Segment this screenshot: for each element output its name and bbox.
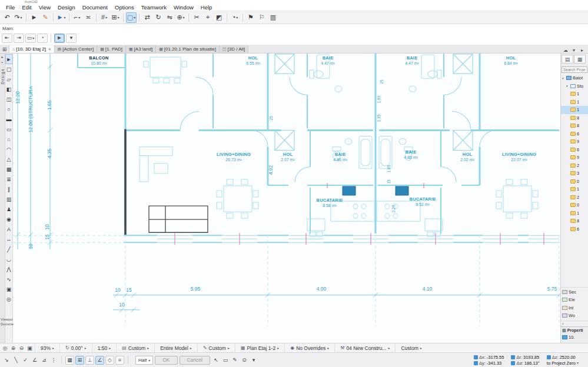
scale[interactable]: 1:50▸ xyxy=(92,343,117,352)
menu-item[interactable]: File xyxy=(2,4,18,11)
lamp-tool[interactable]: ◉ xyxy=(5,214,13,224)
tree-item[interactable]: 1 xyxy=(561,106,588,114)
undo-icon[interactable]: ↶ xyxy=(2,12,12,23)
cancel-button[interactable]: Cancel xyxy=(180,356,210,365)
column-tool[interactable]: ○ xyxy=(5,104,13,114)
tree-item-project[interactable]: ▾Balot xyxy=(561,74,588,82)
context-menu-icon[interactable]: ◔ xyxy=(37,34,48,43)
select-tool[interactable]: ► xyxy=(5,54,13,64)
menu-item[interactable]: Help xyxy=(197,4,216,11)
expand-icon[interactable]: ▾ xyxy=(250,357,258,363)
tree-item-stories[interactable]: ▾Sto xyxy=(561,82,588,91)
tree-item[interactable]: 2 xyxy=(561,193,588,202)
tab-action-center[interactable]: ▤[Action Center] xyxy=(55,45,98,53)
arrow-tool-icon[interactable]: ► xyxy=(54,34,65,43)
shell-tool[interactable]: ◠ xyxy=(5,144,13,154)
tree-item[interactable]: 6 xyxy=(561,146,588,154)
tab-a3-land[interactable]: ▦[A3 land] xyxy=(126,45,156,53)
tracker-dangle-field[interactable]: Δα:186.13° xyxy=(511,361,539,366)
pencil-icon[interactable]: ✎ xyxy=(40,12,51,23)
annotate-icon[interactable]: ✎ xyxy=(231,357,239,363)
line-snap-icon[interactable]: ╲ xyxy=(12,357,20,363)
graphic-override[interactable]: ◉No Overrides▸ xyxy=(284,343,334,352)
pen-set[interactable]: ✎Custom▸ xyxy=(197,343,235,352)
layers-icon[interactable]: ▥ xyxy=(268,12,278,23)
teamwork-cloud-icon[interactable]: ☁ xyxy=(562,48,569,53)
move-icon[interactable]: ⇄ xyxy=(142,12,152,23)
marquee-icon[interactable]: ▢▾ xyxy=(126,12,137,23)
angle-toggle[interactable]: ∠ xyxy=(95,356,104,365)
pointer-icon[interactable]: ↘ xyxy=(2,357,11,363)
rotate-icon[interactable]: ↻ xyxy=(153,12,164,23)
tab-scroll-icon[interactable]: ▸ xyxy=(579,48,586,53)
tree-item[interactable]: 1 xyxy=(561,90,588,98)
zone-tool[interactable]: ▩ xyxy=(5,164,13,174)
tool-options-dropdown[interactable]: ▾ xyxy=(66,34,77,43)
tree-item[interactable]: 8 xyxy=(561,122,588,130)
roof-tool[interactable]: ⌂ xyxy=(5,134,13,144)
figure-tool[interactable]: ▣ xyxy=(5,284,13,294)
wall-tool[interactable]: ▱ xyxy=(5,74,13,84)
tree-item[interactable]: 3 xyxy=(561,169,588,178)
tree-item[interactable]: 1 xyxy=(561,98,588,106)
spline-tool[interactable]: ∿ xyxy=(5,274,13,284)
panel-scroll-left-icon[interactable]: ‹ xyxy=(561,321,588,326)
tab-close-icon[interactable]: × xyxy=(48,46,51,52)
camera-tool[interactable]: ◎ xyxy=(5,294,13,304)
split-icon[interactable]: ⌖ xyxy=(202,12,213,23)
tracker-dz-field[interactable]: Δz:2520.00 xyxy=(547,355,579,360)
tab-1-pad[interactable]: ▦[1. PAD] xyxy=(97,45,126,53)
tab-3d-all[interactable]: ◫[3D / All] xyxy=(220,45,248,53)
cursor-icon[interactable]: ↖ xyxy=(212,357,220,363)
view-worksheets[interactable]: Wo xyxy=(561,312,588,320)
object-tool[interactable]: ♟ xyxy=(5,204,13,214)
drawing-canvas[interactable]: BALCON10.80 m²HOL6.55 m²BAIE4.47 m²BAIE4… xyxy=(13,54,560,343)
expand-arrow-icon[interactable]: ▾ xyxy=(562,76,565,80)
grid-display-icon[interactable]: #▾ xyxy=(99,12,109,23)
tree-item[interactable]: 1 xyxy=(561,209,588,218)
tree-item[interactable]: 0 xyxy=(561,178,588,186)
fillet-icon[interactable]: ◔▾ xyxy=(230,12,240,23)
line-tool[interactable]: ╱ xyxy=(5,244,13,254)
triangle-icon[interactable]: ⊿ xyxy=(40,357,48,363)
partial-structure-display[interactable]: Entire Model▸ xyxy=(154,343,197,352)
menu-item[interactable]: Options xyxy=(111,4,138,11)
flag-outline-icon[interactable]: ⚐ xyxy=(257,12,267,23)
tracker-reference-dropdown[interactable]: to Project Zero▾ xyxy=(547,361,579,366)
tab-list-icon[interactable]: ▾ xyxy=(570,48,577,53)
tree-item[interactable]: 8 xyxy=(561,217,588,225)
grid-snap-toggle[interactable]: ▦ xyxy=(65,356,74,365)
snap-grid-toggle[interactable]: ⊞ xyxy=(75,356,84,365)
tracker-dx-field[interactable]: Δx:-3175.55 xyxy=(474,355,504,360)
strip-handle-icon[interactable]: ▪ xyxy=(1,60,3,65)
stair-tool[interactable]: ≣ xyxy=(5,174,13,184)
renovation-filter[interactable]: ⚒04 New Constru...▸ xyxy=(334,343,395,352)
menu-item[interactable]: Teamwork xyxy=(138,4,170,11)
flag-icon[interactable]: ⚑ xyxy=(245,12,256,23)
more-icon[interactable]: ⋮ xyxy=(49,357,58,363)
box-icon[interactable]: ▭ xyxy=(221,357,230,363)
mirror-icon[interactable]: ⇋ xyxy=(164,12,175,23)
menu-item[interactable]: Design xyxy=(54,4,79,11)
view-sections[interactable]: Sec xyxy=(561,288,588,296)
tab-overview-button[interactable]: ⊞ xyxy=(0,45,9,53)
tracker-dy-field[interactable]: Δy:-341.33 xyxy=(474,361,504,366)
door-tool[interactable]: ◧ xyxy=(5,84,13,94)
ok-button[interactable]: OK xyxy=(155,356,177,365)
properties-item-row[interactable]: 10. xyxy=(561,333,588,342)
project-chooser-icon[interactable]: ▤ xyxy=(562,55,573,64)
pan-icon[interactable]: ◎ xyxy=(1,345,9,351)
snap-grid-icon[interactable]: ⊞▾ xyxy=(110,12,121,23)
slab-tool[interactable]: ▭ xyxy=(5,124,13,134)
guide-toggle[interactable]: ≡ xyxy=(115,356,124,365)
zoom-in-icon[interactable]: ⊕ xyxy=(9,345,17,351)
fit-view-icon[interactable]: ▣ xyxy=(26,345,34,351)
tracker-dr-field[interactable]: Δr:3193.85 xyxy=(511,355,539,360)
menu-item[interactable]: Window xyxy=(170,4,197,11)
dimension-tool[interactable]: ↔ xyxy=(5,234,13,244)
window-tool[interactable]: ◫ xyxy=(5,94,13,104)
arc-tool[interactable]: ◡ xyxy=(5,254,13,264)
tab-01-20-1-plan-de-situatie[interactable]: ▦[01.20.1 Plan de situatie] xyxy=(156,45,220,53)
navigator-search-input[interactable] xyxy=(562,66,587,73)
go-forward-icon[interactable]: ⇥ xyxy=(14,34,24,43)
